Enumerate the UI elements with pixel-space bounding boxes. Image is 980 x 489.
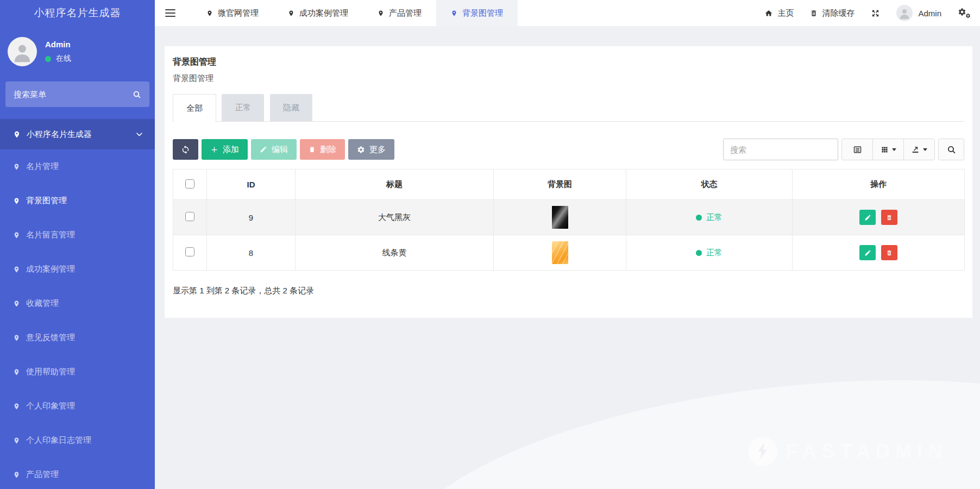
caret-down-icon [892, 148, 896, 151]
column-header-image[interactable]: 背景图 [494, 170, 626, 200]
table-row: 9 大气黑灰 正常 [173, 200, 965, 235]
sidebar-item-label: 意见反馈管理 [26, 333, 75, 343]
map-pin-icon [378, 9, 384, 17]
menu-search-input[interactable] [14, 90, 133, 99]
sidebar-item-label: 个人印象管理 [26, 401, 75, 411]
map-pin-icon [13, 334, 20, 342]
tab-micro-site[interactable]: 微官网管理 [192, 0, 273, 26]
column-header-title[interactable]: 标题 [296, 170, 494, 200]
map-pin-icon [13, 368, 20, 377]
map-pin-icon [288, 9, 294, 17]
sidebar-item-favorite-manage[interactable]: 收藏管理 [0, 286, 155, 321]
online-status-label: 在线 [56, 54, 71, 64]
toolbar-right [723, 139, 964, 160]
detail-view-button[interactable] [841, 139, 873, 160]
tab-background-manage[interactable]: 背景图管理 [436, 0, 518, 26]
export-button[interactable] [903, 139, 935, 160]
tab-success-case[interactable]: 成功案例管理 [273, 0, 363, 26]
pencil-icon [864, 249, 871, 256]
status-dot [696, 215, 702, 221]
refresh-icon [181, 145, 190, 154]
home-link[interactable]: 主页 [764, 8, 794, 18]
filter-tab-hidden[interactable]: 隐藏 [270, 94, 312, 121]
app-logo-title[interactable]: 小程序名片生成器 [0, 0, 155, 26]
user-menu[interactable]: Admin [896, 5, 941, 21]
clear-cache-link[interactable]: 清除缓存 [810, 8, 855, 18]
column-header-actions[interactable]: 操作 [793, 170, 965, 200]
sidebar-item-card-manage[interactable]: 名片管理 [0, 149, 155, 184]
filter-tabs: 全部 正常 隐藏 [173, 94, 964, 122]
navbar-right: 主页 清除缓存 Admin [764, 5, 980, 21]
avatar [896, 5, 913, 21]
online-status: 在线 [45, 54, 71, 64]
pencil-icon [864, 214, 871, 221]
menu-toggle-icon[interactable] [164, 6, 177, 21]
sidebar-item-feedback-manage[interactable]: 意见反馈管理 [0, 321, 155, 355]
background-thumbnail[interactable] [552, 241, 568, 264]
status-badge[interactable]: 正常 [696, 212, 723, 223]
status-dot [696, 250, 702, 256]
add-button-label: 添加 [223, 145, 239, 155]
map-pin-icon [13, 299, 20, 308]
sidebar-item-success-case-manage[interactable]: 成功案例管理 [0, 252, 155, 286]
chevron-down-icon [136, 132, 143, 137]
sidebar-item-impression-manage[interactable]: 个人印象管理 [0, 389, 155, 423]
row-checkbox[interactable] [185, 212, 194, 221]
advanced-search-button[interactable] [938, 139, 964, 160]
table-toolbar: 添加 编辑 删除 更多 [173, 139, 964, 160]
sidebar-item-label: 成功案例管理 [26, 264, 75, 274]
cell-title: 大气黑灰 [296, 200, 494, 235]
column-header-id[interactable]: ID [207, 170, 296, 200]
row-delete-button[interactable] [881, 245, 897, 260]
content-panel: 背景图管理 背景图管理 全部 正常 隐藏 添加 编辑 删除 [165, 46, 972, 318]
add-button[interactable]: 添加 [202, 139, 248, 160]
map-pin-icon [13, 471, 20, 479]
row-delete-button[interactable] [881, 210, 897, 225]
sidebar-menu: 小程序名片生成器 名片管理 背景图管理 名片留言管理 成功案例管理 收藏管理 [0, 119, 155, 489]
more-button-label: 更多 [369, 145, 386, 155]
sidebar-user-panel: Admin 在线 [0, 26, 155, 78]
sidebar-item-help-manage[interactable]: 使用帮助管理 [0, 355, 155, 389]
fullscreen-icon[interactable] [871, 9, 880, 18]
trash-icon [810, 9, 818, 17]
export-icon [911, 145, 920, 154]
background-thumbnail[interactable] [552, 206, 568, 229]
avatar[interactable] [8, 37, 37, 66]
tab-product[interactable]: 产品管理 [363, 0, 436, 26]
sidebar-parent-item[interactable]: 小程序名片生成器 [0, 119, 155, 149]
filter-tab-all[interactable]: 全部 [173, 94, 216, 122]
row-edit-button[interactable] [859, 245, 876, 260]
sidebar-item-background-manage[interactable]: 背景图管理 [0, 184, 155, 218]
navbar-tabs: 微官网管理 成功案例管理 产品管理 背景图管理 [192, 0, 518, 26]
sidebar-item-product-manage[interactable]: 产品管理 [0, 457, 155, 489]
gear-icon [357, 146, 365, 154]
select-all-checkbox[interactable] [185, 179, 194, 189]
search-icon[interactable] [133, 90, 141, 99]
home-icon [764, 9, 773, 17]
home-label: 主页 [777, 8, 794, 18]
columns-toggle-button[interactable] [872, 139, 904, 160]
table-search-input[interactable] [723, 139, 838, 160]
cell-title: 线条黄 [296, 235, 494, 271]
sidebar-item-card-message-manage[interactable]: 名片留言管理 [0, 218, 155, 252]
refresh-button[interactable] [173, 139, 198, 160]
column-header-status[interactable]: 状态 [626, 170, 793, 200]
sidebar-item-label: 名片管理 [26, 161, 59, 172]
sidebar-item-label: 收藏管理 [26, 298, 59, 309]
filter-tab-normal[interactable]: 正常 [222, 94, 264, 121]
fastadmin-watermark: FASTADMIN [748, 437, 947, 466]
delete-button[interactable]: 删除 [300, 139, 345, 160]
background-swoosh [376, 344, 980, 489]
sidebar-item-impression-log-manage[interactable]: 个人印象日志管理 [0, 423, 155, 457]
cell-id: 8 [207, 235, 296, 271]
row-edit-button[interactable] [859, 210, 876, 225]
edit-button[interactable]: 编辑 [251, 139, 297, 160]
trash-icon [309, 146, 316, 153]
cell-id: 9 [207, 200, 296, 235]
more-button[interactable]: 更多 [348, 139, 394, 160]
top-navbar: 微官网管理 成功案例管理 产品管理 背景图管理 主页 清除缓存 [155, 0, 980, 26]
settings-cogs-icon[interactable] [958, 8, 971, 18]
status-badge[interactable]: 正常 [696, 248, 723, 258]
trash-icon [886, 214, 893, 221]
row-checkbox[interactable] [185, 247, 194, 256]
